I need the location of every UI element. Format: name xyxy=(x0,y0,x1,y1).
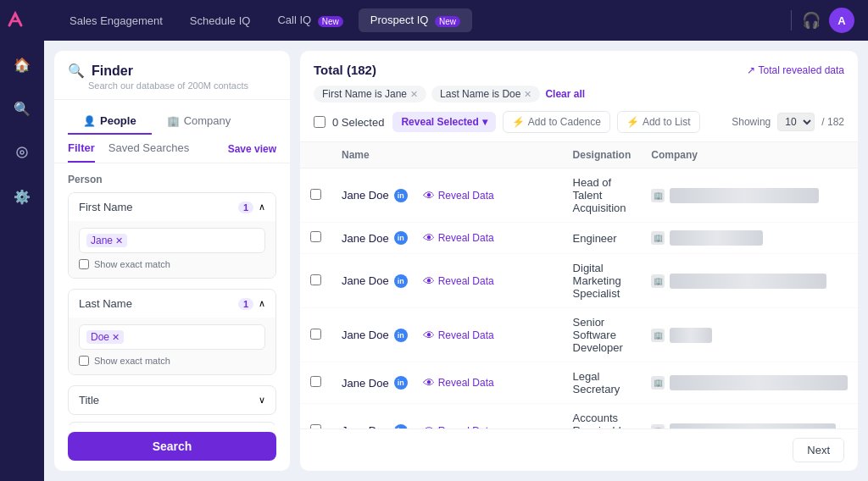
selected-label: 0 Selected xyxy=(332,116,384,129)
title-header[interactable]: Title ∨ xyxy=(69,386,275,414)
saved-searches-tab[interactable]: Saved Searches xyxy=(108,141,189,163)
avatar[interactable]: A xyxy=(829,8,854,33)
tab-people[interactable]: 👤 People xyxy=(68,108,152,135)
bookmark-sidebar-icon[interactable] xyxy=(8,139,36,166)
logo xyxy=(5,10,25,34)
tab-company[interactable]: 🏢 Company xyxy=(152,108,247,135)
sidebar: 🏠 🔍 ⚙️ xyxy=(0,0,44,481)
row-checkbox-0[interactable] xyxy=(310,189,321,200)
blurred-company-1: ███████████ xyxy=(670,230,763,246)
last-name-label: Last Name xyxy=(79,297,132,310)
reveal-selected-button[interactable]: Reveal Selected ▾ xyxy=(392,112,495,132)
last-name-header[interactable]: Last Name 1 ∧ xyxy=(69,290,275,318)
row-name-4: Jane Doe xyxy=(342,377,389,390)
reveal-btn-0[interactable]: 👁 Reveal Data xyxy=(423,189,494,202)
list-icon: ⚡ xyxy=(626,116,639,128)
first-name-label: First Name xyxy=(79,201,133,213)
row-checkbox-1[interactable] xyxy=(310,231,321,242)
last-name-tag-remove[interactable]: ✕ xyxy=(112,332,120,343)
row-company-3: 🏢 ████ xyxy=(651,328,848,343)
nav-schedule-iq[interactable]: Schedule IQ xyxy=(178,9,263,32)
finder-subtitle: Search our database of 200M contacts xyxy=(88,80,276,91)
per-page-select[interactable]: 10 25 50 xyxy=(777,113,815,131)
cadence-icon: ⚡ xyxy=(512,116,525,128)
add-to-cadence-button[interactable]: ⚡ Add to Cadence xyxy=(503,111,610,133)
last-name-chevron: ∧ xyxy=(259,298,265,309)
row-info-icon-3: in xyxy=(394,329,408,342)
first-name-tag-remove[interactable]: ✕ xyxy=(115,235,123,246)
filter-chip-firstname-remove[interactable]: ✕ xyxy=(410,89,418,100)
filter-chip-lastname: Last Name is Doe ✕ xyxy=(431,86,540,102)
company-icon-4: 🏢 xyxy=(651,376,665,390)
first-name-header[interactable]: First Name 1 ∧ xyxy=(69,193,275,221)
table-row: Jane Doe in 👁 Reveal Data Head of Talent… xyxy=(300,169,858,223)
finder-header: 🔍 Finder Search our database of 200M con… xyxy=(54,51,290,100)
reveal-btn-2[interactable]: 👁 Reveal Data xyxy=(423,274,494,288)
row-name-3: Jane Doe xyxy=(342,329,389,341)
nav-call-iq[interactable]: Call IQ New xyxy=(265,8,354,31)
eye-icon-2: 👁 xyxy=(423,274,435,288)
showing-label: Showing xyxy=(732,116,771,128)
row-checkbox-4[interactable] xyxy=(310,376,321,387)
filter-chip-lastname-remove[interactable]: ✕ xyxy=(524,89,531,100)
headset-icon[interactable]: 🎧 xyxy=(802,11,821,30)
row-company-0: 🏢 ████████████ █ █████ xyxy=(651,188,848,203)
nav-prospect-iq[interactable]: Prospect IQ New xyxy=(359,8,472,31)
row-name-0: Jane Doe xyxy=(342,189,389,202)
clear-all-button[interactable]: Clear all xyxy=(545,88,585,100)
call-iq-badge: New xyxy=(318,16,343,27)
filter-chip-firstname: First Name is Jane ✕ xyxy=(314,86,426,102)
external-link-icon: ↗ xyxy=(747,64,755,76)
blurred-company-4: ██████████ ████████ ████ xyxy=(670,375,848,390)
company-icon-1: 🏢 xyxy=(651,231,665,245)
filter-tab[interactable]: Filter xyxy=(68,141,95,163)
active-filters-row: First Name is Jane ✕ Last Name is Doe ✕ … xyxy=(314,86,844,102)
company-icon-2: 🏢 xyxy=(651,274,665,288)
eye-icon-3: 👁 xyxy=(423,329,435,342)
table-row: Jane Doe in 👁 Reveal Data Engineer 🏢 ███… xyxy=(300,223,858,254)
total-revealed-link[interactable]: ↗ Total revealed data xyxy=(747,64,844,76)
row-designation-4: Legal Secretary xyxy=(563,362,642,404)
blurred-company-0: ████████████ █ █████ xyxy=(670,188,819,203)
next-button[interactable]: Next xyxy=(793,438,844,462)
table-row: Jane Doe in 👁 Reveal Data Legal Secretar… xyxy=(300,362,858,404)
table-row: Jane Doe in 👁 Reveal Data Digital Market… xyxy=(300,254,858,308)
save-view-button[interactable]: Save view xyxy=(228,143,276,162)
reveal-btn-1[interactable]: 👁 Reveal Data xyxy=(423,231,494,245)
first-name-tag: Jane ✕ xyxy=(86,234,127,247)
first-name-exact-checkbox[interactable] xyxy=(79,259,89,269)
reveal-selected-chevron: ▾ xyxy=(482,116,487,128)
company-icon-0: 🏢 xyxy=(651,189,665,202)
row-info-icon-2: in xyxy=(394,274,408,288)
nav-sales-engagement[interactable]: Sales Engagement xyxy=(58,9,175,32)
level-header[interactable]: Level ∨ xyxy=(69,423,275,425)
settings-sidebar-icon[interactable]: ⚙️ xyxy=(8,183,36,210)
blurred-company-2: ████ ██████ █████████ xyxy=(670,274,826,289)
row-checkbox-3[interactable] xyxy=(310,329,321,340)
search-button[interactable]: Search xyxy=(68,432,276,461)
search-sidebar-icon[interactable]: 🔍 xyxy=(8,95,36,122)
finder-search-icon: 🔍 xyxy=(68,63,85,79)
results-total: Total (182) xyxy=(314,63,376,77)
select-all-checkbox[interactable] xyxy=(314,116,326,128)
reveal-btn-4[interactable]: 👁 Reveal Data xyxy=(423,376,494,390)
company-tab-icon: 🏢 xyxy=(167,115,180,127)
last-name-exact-checkbox[interactable] xyxy=(79,356,89,366)
first-name-input[interactable]: Jane ✕ xyxy=(79,228,265,253)
last-name-body: Doe ✕ Show exact match xyxy=(69,318,275,374)
level-section: Level ∨ xyxy=(68,422,276,425)
last-name-tag: Doe ✕ xyxy=(86,330,124,344)
reveal-btn-3[interactable]: 👁 Reveal Data xyxy=(423,329,494,342)
row-name-1: Jane Doe xyxy=(342,232,389,245)
blurred-company-3: ████ xyxy=(670,328,712,343)
eye-icon-0: 👁 xyxy=(423,189,435,202)
first-name-count: 1 xyxy=(238,202,253,213)
row-checkbox-2[interactable] xyxy=(310,274,321,285)
first-name-exact-label: Show exact match xyxy=(94,259,170,269)
main-container: Sales Engagement Schedule IQ Call IQ New… xyxy=(44,0,868,481)
top-navigation: Sales Engagement Schedule IQ Call IQ New… xyxy=(44,0,868,41)
last-name-input[interactable]: Doe ✕ xyxy=(79,324,265,350)
home-icon[interactable]: 🏠 xyxy=(8,51,36,78)
add-to-list-button[interactable]: ⚡ Add to List xyxy=(617,111,700,133)
row-info-icon-1: in xyxy=(394,231,408,245)
